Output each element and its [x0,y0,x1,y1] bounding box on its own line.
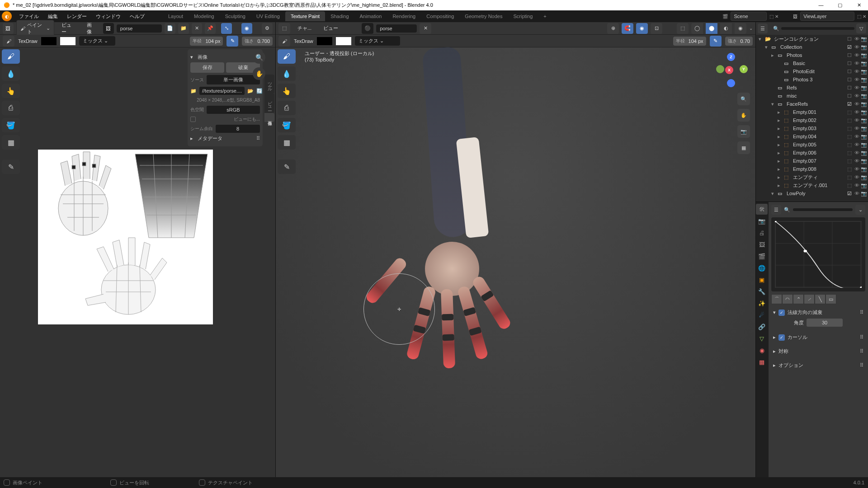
tab-sculpting[interactable]: Sculpting [220,11,251,21]
ptab-render[interactable]: 📷 [756,216,768,226]
save-button[interactable]: 保存 [190,62,224,73]
smear-tool-3d[interactable]: 👆 [278,84,296,98]
radius-pressure-3d-icon[interactable]: ✎ [710,36,722,47]
ptab-data[interactable]: ▽ [756,333,768,344]
axis-gizmo[interactable]: Z X Y [715,53,747,85]
tree-row[interactable]: ▭misc☐👁📷 [756,92,868,100]
normal-falloff-checkbox[interactable]: ✓ [778,310,785,316]
axis-y-icon[interactable]: Y [740,65,748,73]
color-secondary[interactable] [60,37,75,45]
strength-slider[interactable]: 強さ0.700 [242,37,273,46]
tree-row[interactable]: ▸⬚Empty.003⬚👁📷 [756,124,868,132]
cursor-header[interactable]: ▸✓カーソル⠿ [771,333,865,342]
camera-3d-icon[interactable]: 📷 [737,125,750,138]
color-secondary-3d[interactable] [336,37,351,45]
falloff-constant-icon[interactable]: ▭ [826,294,836,304]
perspective-icon[interactable]: ▦ [737,141,750,154]
pin-icon[interactable]: 📌 [205,23,216,34]
shading-render-icon[interactable]: ◉ [735,23,746,34]
view-menu-3d[interactable]: ビュー [319,23,343,33]
vtab-tool[interactable]: ツール [264,75,274,94]
pan-icon[interactable]: ✋ [253,67,265,80]
prop-options-icon[interactable]: ⌄ [855,205,865,215]
color-primary[interactable] [41,37,57,45]
tab-scripting[interactable]: Scripting [508,11,538,21]
snap-icon[interactable]: 🧲 [622,23,633,34]
axis-z-icon[interactable]: Z [727,53,735,61]
filepath-icon[interactable]: 📁 [190,88,197,94]
material-name-field[interactable]: porse [376,24,417,33]
tree-row[interactable]: ▸⬚Empty.004⬚👁📷 [756,132,868,141]
brush-icon[interactable]: 🖌 [3,36,14,47]
seam-value[interactable]: 8 [216,125,260,133]
tree-row[interactable]: ▭Basic☐👁📷 [756,59,868,67]
uv-texture-canvas[interactable] [38,150,213,324]
image-name-field[interactable]: porse [117,24,162,33]
unlink-icon[interactable]: ✕ [192,23,203,34]
falloff-smooth-icon[interactable]: ⌒ [771,294,782,304]
ptab-object[interactable]: ▣ [756,274,768,285]
tree-row[interactable]: ▸⬚Empty.002⬚👁📷 [756,116,868,124]
tab-texture-paint[interactable]: Texture Paint [285,11,325,21]
annotate-tool[interactable]: ✎ [2,160,20,174]
tree-row[interactable]: ▾▭LowPoly☑👁📷 [756,189,868,197]
tree-row[interactable]: ▾📂シーンコレクション☐👁📷 [756,35,868,43]
radius-pressure-icon[interactable]: ✎ [226,36,238,47]
draw-tool[interactable]: 🖌 [2,49,20,64]
ptab-tool[interactable]: 🛠 [756,204,768,215]
filter-icon[interactable]: ▽ [856,23,866,33]
outliner-search[interactable] [781,27,854,30]
fill-tool[interactable]: 🪣 [2,118,20,132]
shading-dropdown-icon[interactable]: ⌄ [749,26,753,31]
blend-mode-3d[interactable]: ミックス ⌄ [355,36,400,46]
tab-animation[interactable]: Animation [354,11,387,21]
tree-row[interactable]: ▸⬚エンプティ⬚👁📷 [756,173,868,181]
ptab-texture[interactable]: ▩ [756,357,768,367]
gizmo-icon[interactable]: ⊕ [607,23,619,34]
ptab-physics[interactable]: ☄ [756,310,768,320]
stroke-icon[interactable]: ◉ [241,23,252,34]
tree-row[interactable]: ▸⬚エンプティ.001⬚👁📷 [756,181,868,189]
falloff-round-icon[interactable]: ◠ [782,294,793,304]
soften-tool[interactable]: 💧 [2,66,20,81]
source-value[interactable]: 単一画像 [207,75,260,84]
clone-tool-3d[interactable]: ⎙ [278,101,296,115]
panel-metadata-header[interactable]: ▸メタデータ⠿ [190,135,260,142]
options-header[interactable]: ▸オプション⠿ [771,361,865,370]
viewlayer-name-field[interactable]: ViewLayer [800,12,854,21]
scene-controls-icon[interactable]: ⬚ ✕ [769,14,778,19]
zoom-icon[interactable]: 🔍 [253,51,265,64]
viewport-3d[interactable]: 🖌 💧 👆 ⎙ 🪣 ▦ ✎ ユーザー・透視投影 (ローカル) (73) TopB… [276,47,755,477]
image-menu[interactable]: 画像 [82,20,100,37]
ptab-world[interactable]: 🌐 [756,263,768,273]
brush-icon-3d[interactable]: 🖌 [278,36,290,47]
prop-browse-icon[interactable]: ☰ [771,205,781,215]
outliner-tree[interactable]: ▾📂シーンコレクション☐👁📷▾▭Collection☑👁📷▸▭Photos☐👁📷… [756,35,868,202]
tree-row[interactable]: ▭Refs☐👁📷 [756,84,868,92]
shading-material-icon[interactable]: ◐ [720,23,732,34]
annotate-tool-3d[interactable]: ✎ [278,160,296,174]
tab-compositing[interactable]: Compositing [421,11,459,21]
vtab-image[interactable]: 画像 [264,113,274,122]
xray-icon[interactable]: ⬚ [677,23,689,34]
tab-shading[interactable]: Shading [325,11,354,21]
editor-type-3d-icon[interactable]: ⬚ [278,23,290,34]
vtab-view[interactable]: ビュー [264,94,274,113]
tab-uv-editing[interactable]: UV Editing [251,11,285,21]
radius-slider-3d[interactable]: 半径104 px [673,37,706,46]
ptab-constraint[interactable]: 🔗 [756,321,768,332]
ptab-particle[interactable]: ✨ [756,298,768,309]
zoom-3d-icon[interactable]: 🔍 [737,93,750,105]
draw-tool-3d[interactable]: 🖌 [278,49,296,64]
reload-icon[interactable]: 🔄 [256,88,263,94]
filepath-field[interactable]: //textures/porse.... [199,87,245,95]
colorspace-value[interactable]: sRGB [207,106,260,114]
tree-row[interactable]: ▾▭Collection☑👁📷 [756,43,868,51]
scene-name-field[interactable]: Scene [731,12,767,21]
tab-geometry-nodes[interactable]: Geometry Nodes [459,11,508,21]
tab-add[interactable]: + [538,11,552,21]
cursor-checkbox[interactable]: ✓ [778,334,785,341]
falloff-icon[interactable]: ⤡ [221,23,232,34]
radius-slider[interactable]: 半径104 px [190,37,223,46]
options-icon[interactable]: ⚙ [262,23,273,34]
